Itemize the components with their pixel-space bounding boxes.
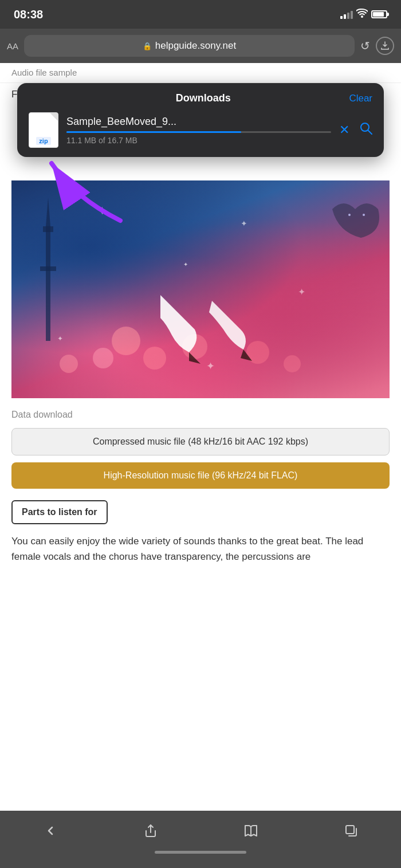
zip-label: zip xyxy=(36,137,50,145)
lock-icon: 🔒 xyxy=(143,42,152,50)
download-item: zip Sample_BeeMoved_9... 11.1 MB of 16.7… xyxy=(29,112,372,148)
download-progress-bar xyxy=(66,131,331,133)
tabs-button[interactable] xyxy=(334,814,368,848)
toolbar-buttons xyxy=(0,811,401,851)
section-label: Data download xyxy=(11,410,390,420)
page-top-section: Audio file sample xyxy=(0,63,401,83)
download-size: 11.1 MB of 16.7 MB xyxy=(66,136,331,145)
download-progress-fill xyxy=(66,131,241,133)
reload-button[interactable]: ↺ xyxy=(360,39,370,53)
svg-text:✦: ✦ xyxy=(241,219,247,228)
svg-point-19 xyxy=(284,355,301,372)
url-text: helpguide.sony.net xyxy=(155,40,236,52)
svg-point-20 xyxy=(348,214,351,216)
download-filename: Sample_BeeMoved_9... xyxy=(66,116,331,128)
downloads-popup: Downloads Clear zip Sample_BeeMoved_9...… xyxy=(17,83,384,157)
svg-point-21 xyxy=(363,214,365,216)
svg-text:✦: ✦ xyxy=(298,287,305,297)
bottom-toolbar xyxy=(0,811,401,868)
cancel-download-button[interactable]: ✕ xyxy=(339,123,349,138)
battery-icon xyxy=(371,10,387,18)
share-button[interactable] xyxy=(133,814,168,848)
album-art: ✦ ✦ ✦ ✦ ✦ ✦ xyxy=(11,180,390,398)
description-text: You can easily enjoy the wide variety of… xyxy=(11,533,390,564)
zip-file-icon: zip xyxy=(29,112,58,148)
signal-icon xyxy=(340,10,353,19)
svg-marker-6 xyxy=(46,198,50,226)
svg-rect-5 xyxy=(40,266,56,271)
status-time: 08:38 xyxy=(14,8,43,21)
svg-text:✦: ✦ xyxy=(183,261,188,268)
svg-point-15 xyxy=(93,348,113,368)
parts-listen-button[interactable]: Parts to listen for xyxy=(11,500,108,524)
download-indicator-button[interactable] xyxy=(376,37,394,55)
downloads-section: Fr Downloads Clear zip Sample_BeeMoved_9… xyxy=(0,83,401,180)
downloads-title: Downloads xyxy=(57,92,349,104)
svg-text:✦: ✦ xyxy=(97,205,107,217)
svg-line-1 xyxy=(368,131,372,134)
clear-button[interactable]: Clear xyxy=(349,93,372,104)
svg-point-14 xyxy=(143,347,166,370)
bookmarks-button[interactable] xyxy=(234,814,268,848)
aa-button[interactable]: AA xyxy=(7,41,18,51)
hires-download-button[interactable]: High-Resolution music file (96 kHz/24 bi… xyxy=(11,462,390,489)
svg-rect-3 xyxy=(46,226,50,341)
url-bar[interactable]: 🔒 helpguide.sony.net xyxy=(24,35,355,57)
status-bar: 08:38 xyxy=(0,0,401,29)
svg-point-17 xyxy=(60,355,78,373)
home-indicator xyxy=(155,851,246,854)
svg-text:✦: ✦ xyxy=(57,335,63,343)
status-icons xyxy=(340,9,387,20)
downloads-header: Downloads Clear xyxy=(29,92,372,104)
svg-point-0 xyxy=(361,123,369,131)
svg-text:✦: ✦ xyxy=(206,360,215,372)
page-top-text: Audio file sample xyxy=(11,68,77,77)
download-info: Sample_BeeMoved_9... 11.1 MB of 16.7 MB xyxy=(66,116,331,145)
album-art-svg: ✦ ✦ ✦ ✦ ✦ ✦ xyxy=(11,180,390,398)
compressed-download-button[interactable]: Compressed music file (48 kHz/16 bit AAC… xyxy=(11,428,390,455)
search-download-button[interactable] xyxy=(360,122,372,138)
wifi-icon xyxy=(356,9,368,20)
svg-point-13 xyxy=(112,327,140,355)
back-button[interactable] xyxy=(33,814,68,848)
svg-rect-4 xyxy=(43,226,53,232)
page-body: Data download Compressed music file (48 … xyxy=(0,398,401,576)
address-bar: AA 🔒 helpguide.sony.net ↺ xyxy=(0,29,401,63)
download-actions: ✕ xyxy=(339,122,372,138)
album-art-wrapper: ✦ ✦ ✦ ✦ ✦ ✦ xyxy=(0,180,401,398)
svg-rect-23 xyxy=(346,826,354,834)
